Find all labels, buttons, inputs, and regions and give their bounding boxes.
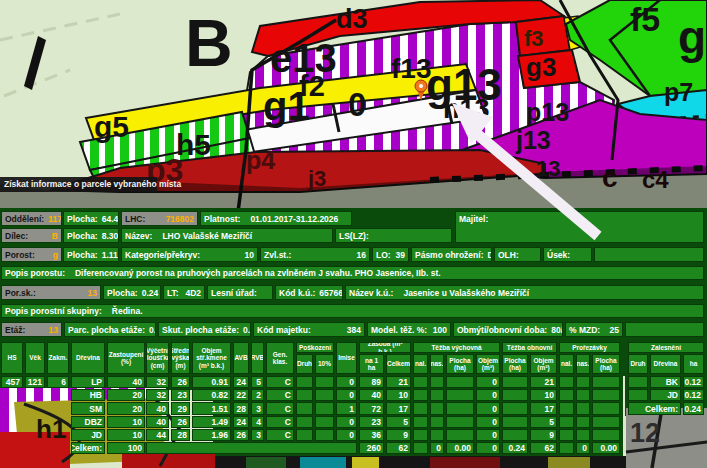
table-cell: 26: [171, 416, 190, 428]
table-group-header: Poškození: [296, 342, 334, 353]
zalesneni-cell: 0.12: [683, 389, 704, 401]
table-cell: HB: [71, 389, 105, 401]
field-lhc: LHC:716802: [121, 211, 198, 226]
table-cell: [592, 389, 620, 401]
table-cell: [446, 416, 474, 428]
table-cell: [315, 376, 334, 388]
table-cell: 21: [386, 376, 411, 388]
table-cell: 10: [530, 389, 557, 401]
field-porsk: Por.sk.:13: [1, 285, 101, 300]
table-col-header: Celkem: [386, 354, 411, 374]
table-cell: [296, 416, 313, 428]
field-label: Dílec:: [5, 231, 28, 241]
table-cell: 457: [1, 376, 23, 388]
table-cell: [576, 389, 590, 401]
table-col-header: Plocha (ha): [502, 354, 528, 374]
field-value: g: [53, 250, 58, 260]
table-cell: 40: [146, 416, 169, 428]
table-group-header: Zalesnění: [628, 342, 704, 353]
map-label: p4: [246, 148, 275, 173]
field-popis-skupiny: Popis porostní skupiny:Ředina.: [1, 304, 704, 318]
table-cell: 0: [336, 376, 357, 388]
field-label: LT:: [167, 288, 179, 298]
field-label: Plocha:: [67, 250, 98, 260]
field-value: Jasenice u Valašského Meziříčí: [403, 288, 529, 298]
field-label: Plocha:: [107, 288, 138, 298]
field-value: 100: [433, 325, 447, 335]
field-value: 64.42: [102, 214, 119, 224]
table-cell: 1.51: [192, 402, 231, 414]
table-cell: 0: [476, 429, 500, 441]
table-cell: [315, 416, 334, 428]
table-cell: [315, 402, 334, 414]
table-cell: [446, 402, 474, 414]
table-cell: 2: [251, 389, 264, 401]
table-cell: [413, 416, 428, 428]
table-cell: 89: [359, 376, 384, 388]
field-value: 4D2: [185, 288, 201, 298]
table-cell: [592, 402, 620, 414]
table-cell: 21: [530, 376, 557, 388]
table-cell: [559, 376, 574, 388]
table-cell: 4: [251, 416, 264, 428]
zalesneni-cell: 0.12: [683, 376, 704, 388]
map-tooltip: Získat informace o parcele vybraného mís…: [0, 177, 157, 192]
table-cell: C: [266, 402, 294, 414]
table-cell: [559, 416, 574, 428]
map-label: h13: [443, 96, 490, 123]
map-label: j13: [516, 128, 551, 153]
table-cell: 40: [359, 389, 384, 401]
table-cell: 40: [107, 376, 145, 388]
field-dilec: Dílec:B: [1, 228, 62, 243]
field-empty: [594, 247, 704, 262]
table-cell: [592, 429, 620, 441]
field-label: Lesní úřad:: [211, 288, 257, 298]
table-cell: [296, 429, 313, 441]
table-cell: [502, 389, 528, 401]
field-olh: OLH:: [494, 247, 541, 262]
table-total-cell: 62: [386, 442, 411, 454]
table-cell: C: [266, 429, 294, 441]
map-label: 13: [536, 158, 560, 180]
field-skut-plocha: Skut. plocha etáže:0.24: [158, 322, 251, 337]
map-label: j3: [308, 168, 326, 190]
field-label: Popis porostu:: [5, 268, 65, 278]
table-cell: [446, 429, 474, 441]
table-cell: 9: [386, 429, 411, 441]
field-lslz: LS(LZ):: [335, 228, 452, 243]
table-col-header: Dřevina: [71, 342, 105, 374]
field-plocha-dilec: Plocha:8.30: [63, 228, 119, 243]
field-majitel: Majitel:: [455, 211, 704, 243]
table-total-cell: 0: [576, 442, 590, 454]
field-label: Plocha:: [67, 231, 98, 241]
table-cell: [413, 402, 428, 414]
table-col-header: Druh: [628, 354, 648, 374]
field-value: 117: [48, 214, 62, 224]
table-cell: 72: [359, 402, 384, 414]
table-col-header: Objem (m³): [530, 354, 557, 374]
table-cell: [592, 416, 620, 428]
field-value: D: [487, 250, 492, 260]
field-label: Parc. plocha etáže:: [68, 325, 145, 335]
table-cell: 6: [47, 376, 69, 388]
table-cell: 0: [336, 389, 357, 401]
table-cell: 10: [107, 416, 145, 428]
field-value: 0.24: [149, 325, 156, 335]
table-cell: [502, 402, 528, 414]
field-label: LS(LZ):: [339, 231, 369, 241]
table-cell: 20: [107, 389, 145, 401]
table-col-header: RVB: [251, 342, 264, 374]
table-cell: 26: [233, 429, 249, 441]
field-label: Etáž:: [5, 325, 25, 335]
table-cell: 24: [233, 416, 249, 428]
table-total-cell: 0.00: [592, 442, 620, 454]
field-label: Kód k.ú.:: [279, 288, 315, 298]
table-cell: [296, 389, 313, 401]
table-cell: 1.49: [192, 416, 231, 428]
map-label: c4: [642, 168, 669, 192]
field-label: Oddělení:: [5, 214, 44, 224]
table-cell: [296, 376, 313, 388]
field-value: 39: [396, 250, 405, 260]
table-group-header: Zásoba (m³ b.k.): [359, 342, 411, 353]
table-cell: [315, 389, 334, 401]
